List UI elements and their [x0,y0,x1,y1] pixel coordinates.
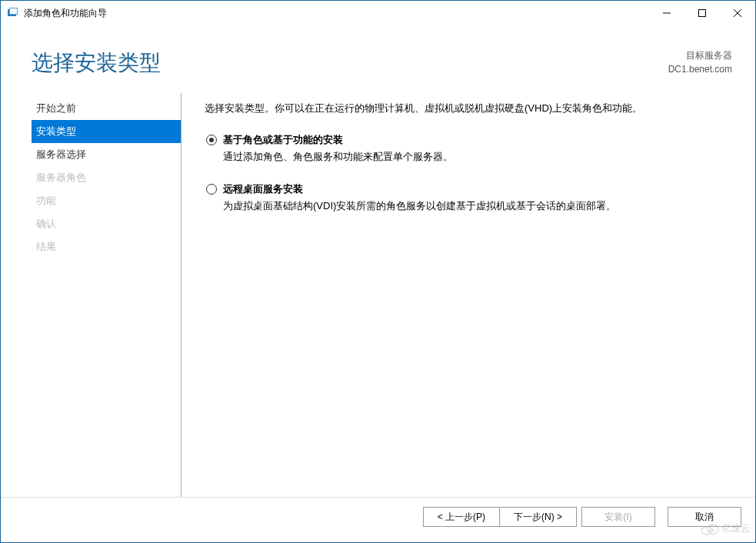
titlebar: 添加角色和功能向导 [1,1,755,25]
target-server-info: 目标服务器 DC1.benet.com [668,48,732,78]
target-server-label: 目标服务器 [668,48,732,62]
close-button[interactable] [720,1,755,25]
radio-role-based[interactable] [206,135,217,145]
minimize-button[interactable] [649,1,684,25]
app-icon [7,7,19,19]
svg-rect-2 [10,8,17,14]
wizard-window: 添加角色和功能向导 选择安装类型 目标服务器 DC1.benet.com 开始之… [0,0,756,543]
radio-remote-desktop-label: 远程桌面服务安装 [223,182,303,196]
instruction-text: 选择安装类型。你可以在正在运行的物理计算机、虚拟机或脱机虚拟硬盘(VHD)上安装… [205,101,732,116]
watermark-text: 亿速云 [722,522,750,535]
nav-server-selection[interactable]: 服务器选择 [32,143,181,166]
watermark: 亿速云 [701,522,750,535]
maximize-button[interactable] [684,1,720,25]
page-heading: 选择安装类型 [32,48,668,78]
wizard-footer: < 上一步(P) 下一步(N) > 安装(I) 取消 [1,497,755,542]
radio-role-based-label: 基于角色或基于功能的安装 [223,133,343,147]
option-remote-desktop[interactable]: 远程桌面服务安装 为虚拟桌面基础结构(VDI)安装所需的角色服务以创建基于虚拟机… [206,182,732,214]
svg-point-9 [709,529,711,531]
window-controls [649,1,755,25]
wizard-header: 选择安装类型 目标服务器 DC1.benet.com [1,25,755,93]
wizard-content: 选择安装类型。你可以在正在运行的物理计算机、虚拟机或脱机虚拟硬盘(VHD)上安装… [182,93,755,497]
install-type-radio-group: 基于角色或基于功能的安装 通过添加角色、角色服务和功能来配置单个服务器。 远程桌… [206,133,732,214]
nav-confirm: 确认 [32,212,181,235]
prev-button[interactable]: < 上一步(P) [423,507,499,527]
install-button: 安装(I) [581,507,655,527]
wizard-body: 开始之前 安装类型 服务器选择 服务器角色 功能 确认 结果 选择安装类型。你可… [1,93,755,497]
nav-install-type[interactable]: 安装类型 [32,120,181,143]
window-title: 添加角色和功能向导 [24,7,649,20]
radio-role-based-desc: 通过添加角色、角色服务和功能来配置单个服务器。 [223,149,732,165]
radio-remote-desktop[interactable] [206,184,217,195]
wizard-nav: 开始之前 安装类型 服务器选择 服务器角色 功能 确认 结果 [32,93,182,497]
next-button[interactable]: 下一步(N) > [499,507,577,527]
nav-features: 功能 [32,189,181,212]
nav-server-roles: 服务器角色 [32,166,181,189]
target-server-value: DC1.benet.com [668,62,732,76]
svg-rect-4 [699,10,706,17]
option-role-based[interactable]: 基于角色或基于功能的安装 通过添加角色、角色服务和功能来配置单个服务器。 [206,133,732,165]
nav-results: 结果 [32,235,181,258]
cloud-icon [701,523,719,535]
nav-before-begin[interactable]: 开始之前 [32,97,181,120]
nav-button-group: < 上一步(P) 下一步(N) > [423,507,577,527]
svg-point-10 [712,528,714,531]
radio-remote-desktop-desc: 为虚拟桌面基础结构(VDI)安装所需的角色服务以创建基于虚拟机或基于会话的桌面部… [223,198,732,214]
